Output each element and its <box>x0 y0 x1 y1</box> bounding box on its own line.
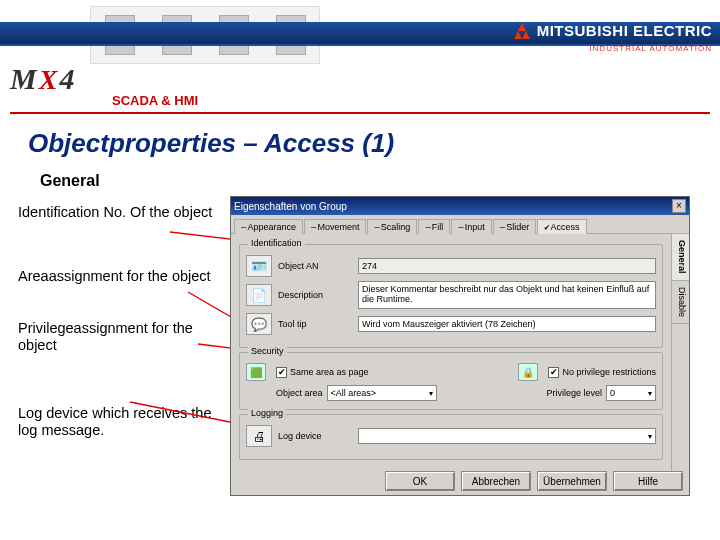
chevron-down-icon: ▾ <box>648 432 652 441</box>
privilege-level-value: 0 <box>610 388 615 398</box>
svg-marker-0 <box>518 23 526 31</box>
objectan-value: 274 <box>358 258 656 274</box>
svg-marker-1 <box>514 31 522 39</box>
callout-privilege: Privilegeassignment for the object <box>18 320 218 355</box>
privilege-level-label: Privilege level <box>546 388 602 398</box>
description-field[interactable]: Dieser Kommentar beschreibt nur das Obje… <box>358 281 656 309</box>
logdevice-label: Log device <box>278 431 352 441</box>
dialog-titlebar: Eigenschaften von Group × <box>231 197 689 215</box>
help-button[interactable]: Hilfe <box>613 471 683 491</box>
company-subline: INDUSTRIAL AUTOMATION <box>589 44 712 53</box>
id-icon: 🪪 <box>246 255 272 277</box>
product-logo-m: M <box>10 62 37 96</box>
tab-fill-label: Fill <box>432 222 444 232</box>
tab-input-label: Input <box>465 222 485 232</box>
no-privilege-checkbox[interactable]: ✔No privilege restrictions <box>548 367 656 378</box>
ok-button[interactable]: OK <box>385 471 455 491</box>
group-logging-title: Logging <box>248 408 286 418</box>
slide-header: MITSUBISHI ELECTRIC INDUSTRIAL AUTOMATIO… <box>0 0 720 74</box>
object-area-value: <All areas> <box>331 388 377 398</box>
same-area-label: Same area as page <box>290 367 369 377</box>
callout-area: Areaassignment for the object <box>18 268 218 285</box>
chevron-down-icon: ▾ <box>429 389 433 398</box>
dialog-title-text: Eigenschaften von Group <box>234 201 347 212</box>
vtab-general[interactable]: General <box>672 234 689 281</box>
svg-marker-2 <box>522 31 530 39</box>
dialog-body: General Disable Identification 🪪 Object … <box>231 234 689 472</box>
tab-appearance[interactable]: –Appearance <box>234 219 303 234</box>
group-security-title: Security <box>248 346 287 356</box>
object-properties-dialog: Eigenschaften von Group × –Appearance –M… <box>230 196 690 496</box>
area-icon: 🟩 <box>246 363 266 381</box>
vtab-disable[interactable]: Disable <box>672 281 689 324</box>
logging-icon: 🖨 <box>246 425 272 447</box>
group-identification-title: Identification <box>248 238 305 248</box>
group-security: Security 🟩 ✔Same area as page 🔒 ✔No priv… <box>239 352 663 410</box>
red-divider <box>10 112 710 114</box>
callout-logdevice: Log device which receives the log messag… <box>18 405 218 440</box>
product-logo: M X 4 <box>10 62 74 96</box>
no-privilege-label: No privilege restrictions <box>562 367 656 377</box>
tab-slider-label: Slider <box>506 222 529 232</box>
tab-scaling[interactable]: –Scaling <box>367 219 417 234</box>
group-identification: Identification 🪪 Object AN 274 📄 Descrip… <box>239 244 663 348</box>
tooltip-field[interactable]: Wird vom Mauszeiger aktiviert (78 Zeiche… <box>358 316 656 332</box>
objectan-label: Object AN <box>278 261 352 271</box>
mitsubishi-triangles-icon <box>513 23 531 39</box>
privilege-level-combo[interactable]: Privilege level 0▾ <box>546 385 656 401</box>
privilege-icon: 🔒 <box>518 363 538 381</box>
tab-movement[interactable]: –Movement <box>304 219 366 234</box>
tab-slider[interactable]: –Slider <box>493 219 536 234</box>
object-area-label: Object area <box>276 388 323 398</box>
product-logo-x: X <box>39 64 58 96</box>
apply-button[interactable]: Übernehmen <box>537 471 607 491</box>
same-area-checkbox[interactable]: ✔Same area as page <box>276 367 369 378</box>
tab-fill[interactable]: –Fill <box>418 219 450 234</box>
company-name: MITSUBISHI ELECTRIC <box>537 22 712 39</box>
tab-input[interactable]: –Input <box>451 219 491 234</box>
group-logging: Logging 🖨 Log device ▾ <box>239 414 663 460</box>
close-button[interactable]: × <box>672 199 686 213</box>
description-icon: 📄 <box>246 284 272 306</box>
tooltip-icon: 💬 <box>246 313 272 335</box>
cancel-button[interactable]: Abbrechen <box>461 471 531 491</box>
description-label: Description <box>278 290 352 300</box>
tab-access[interactable]: ✔Access <box>537 219 586 234</box>
scada-label: SCADA & HMI <box>112 93 198 108</box>
object-area-combo[interactable]: Object area <All areas>▾ <box>276 385 437 401</box>
tab-movement-label: Movement <box>317 222 359 232</box>
tab-access-label: Access <box>551 222 580 232</box>
dialog-tabs: –Appearance –Movement –Scaling –Fill –In… <box>231 215 689 234</box>
vertical-tabs: General Disable <box>671 234 689 472</box>
tooltip-label: Tool tip <box>278 319 352 329</box>
company-logo: MITSUBISHI ELECTRIC <box>513 22 712 39</box>
dialog-button-bar: OK Abbrechen Übernehmen Hilfe <box>385 471 683 491</box>
chevron-down-icon: ▾ <box>648 389 652 398</box>
product-logo-4: 4 <box>59 62 74 96</box>
tab-scaling-label: Scaling <box>381 222 411 232</box>
logdevice-combo[interactable]: ▾ <box>358 428 656 444</box>
tab-appearance-label: Appearance <box>247 222 296 232</box>
slide-title: Objectproperties – Access (1) <box>28 128 394 159</box>
callout-identification: Identification No. Of the object <box>18 204 218 221</box>
section-heading-general: General <box>40 172 100 190</box>
